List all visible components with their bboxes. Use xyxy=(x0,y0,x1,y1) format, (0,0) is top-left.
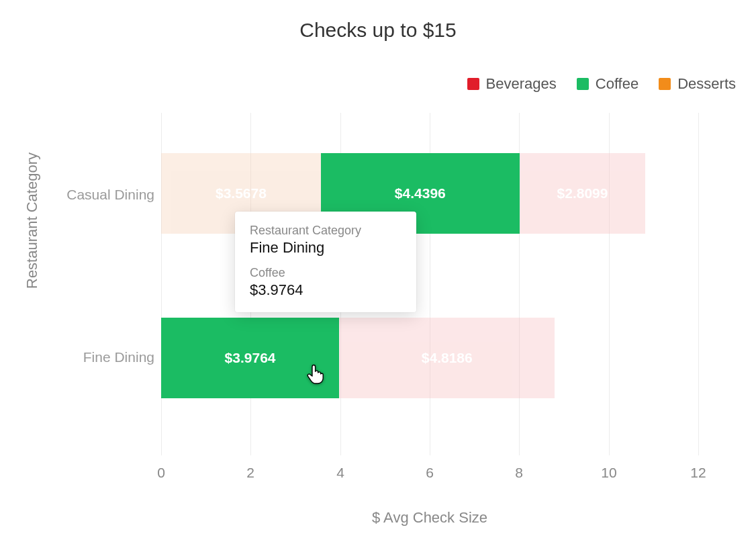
x-tick: 6 xyxy=(426,465,434,481)
legend-label: Coffee xyxy=(596,75,639,93)
legend-label: Desserts xyxy=(677,75,736,93)
gridline xyxy=(698,113,699,455)
tooltip-category-label: Restaurant Category xyxy=(250,224,401,238)
x-tick: 12 xyxy=(690,465,706,481)
x-tick: 0 xyxy=(157,465,165,481)
legend-swatch-desserts xyxy=(659,78,671,90)
y-tick-fine-dining: Fine Dining xyxy=(40,349,154,365)
legend-item-beverages[interactable]: Beverages xyxy=(467,75,557,93)
x-tick: 4 xyxy=(336,465,344,481)
legend-item-desserts[interactable]: Desserts xyxy=(659,75,736,93)
legend-swatch-beverages xyxy=(467,78,479,90)
bar-value-label: $3.9764 xyxy=(225,350,276,366)
tooltip: Restaurant Category Fine Dining Coffee $… xyxy=(235,212,416,312)
tooltip-series-value: $3.9764 xyxy=(250,281,401,299)
legend: Beverages Coffee Desserts xyxy=(467,75,736,93)
x-axis-title: $ Avg Check Size xyxy=(161,509,698,527)
bar-row-fine-dining: $3.9764 $4.8186 xyxy=(161,318,698,398)
x-tick: 2 xyxy=(246,465,254,481)
bar-segment-desserts[interactable]: $2.8099 xyxy=(520,153,645,234)
legend-label: Beverages xyxy=(486,75,557,93)
bar-value-label: $4.4396 xyxy=(395,185,446,201)
legend-item-coffee[interactable]: Coffee xyxy=(577,75,639,93)
y-axis-title: Restaurant Category xyxy=(23,152,41,289)
chart-container: Checks up to $15 Beverages Coffee Desser… xyxy=(0,0,756,544)
x-tick: 8 xyxy=(515,465,523,481)
bar-segment-desserts[interactable]: $4.8186 xyxy=(339,318,555,398)
bar-value-label: $3.5678 xyxy=(216,185,267,201)
bar-value-label: $2.8099 xyxy=(557,185,608,201)
bar-value-label: $4.8186 xyxy=(422,350,473,366)
x-tick: 10 xyxy=(601,465,616,481)
y-tick-casual-dining: Casual Dining xyxy=(40,187,154,203)
tooltip-series-label: Coffee xyxy=(250,266,401,280)
tooltip-category-value: Fine Dining xyxy=(250,239,401,257)
legend-swatch-coffee xyxy=(577,78,589,90)
bar-segment-coffee[interactable]: $3.9764 xyxy=(161,318,339,398)
chart-title: Checks up to $15 xyxy=(0,19,756,42)
